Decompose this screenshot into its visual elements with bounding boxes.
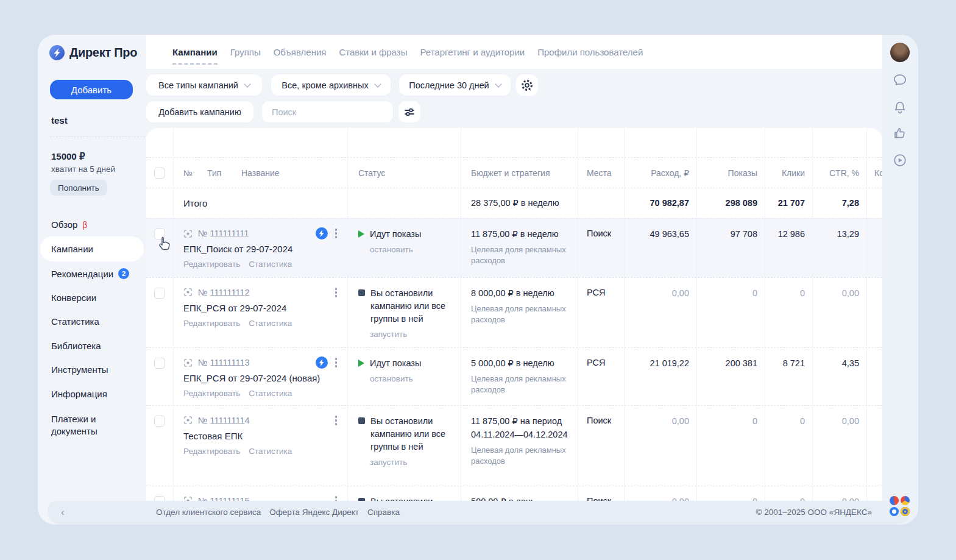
campaign-name[interactable]: Тестовая ЕПК — [183, 431, 339, 441]
search-input[interactable]: Поиск — [262, 101, 393, 122]
footer-link-support[interactable]: Отдел клиентского сервиса — [156, 508, 261, 517]
copyright: © 2001–2025 ООО «ЯНДЕКС» — [756, 508, 872, 517]
chat-button[interactable] — [892, 72, 908, 90]
tab-bids-phrases[interactable]: Ставки и фразы — [339, 35, 407, 69]
ctr-value: 4,35 — [813, 348, 867, 405]
col-cost: Расход, ₽ — [625, 158, 697, 188]
footer-link-help[interactable]: Справка — [367, 508, 400, 517]
tray-icon-pie[interactable] — [890, 496, 899, 505]
settings-button[interactable] — [516, 74, 538, 96]
edit-link[interactable]: Редактировать — [183, 260, 240, 269]
sidebar-item-conversions[interactable]: Конверсии — [51, 292, 96, 303]
date-range-filter-label: Последние 30 дней — [409, 80, 489, 90]
clicks-value: 8 721 — [765, 348, 813, 405]
table-row: № 111111114 Тестовая ЕПК Редактировать С… — [146, 405, 882, 486]
campaign-name[interactable]: ЕПК_Поиск от 29-07-2024 — [183, 244, 339, 254]
boost-badge[interactable] — [316, 356, 328, 369]
campaign-name[interactable]: ЕПК_РСЯ от 29-07-2024 (новая) — [183, 373, 339, 383]
archive-filter[interactable]: Все, кроме архивных — [271, 74, 391, 96]
avatar[interactable] — [890, 43, 910, 62]
campaign-name[interactable]: ЕПК_РСЯ от 29-07-2024 — [183, 303, 339, 313]
sidebar-item-payments[interactable]: Платежи и документы — [51, 413, 124, 438]
campaign-type-filter[interactable]: Все типы кампаний — [146, 74, 262, 96]
sidebar-item-library[interactable]: Библиотека — [51, 341, 101, 351]
row-menu-button[interactable] — [333, 356, 340, 369]
row-menu-button[interactable] — [333, 414, 340, 427]
select-all-checkbox[interactable] — [154, 168, 165, 179]
status-text: Идут показы — [370, 357, 421, 370]
sidebar-item-campaigns[interactable]: Кампании — [51, 244, 93, 254]
thumbs-up-icon — [892, 126, 908, 141]
totals-label: Итого — [174, 188, 348, 218]
statistics-link[interactable]: Статистика — [249, 260, 292, 269]
tab-retargeting[interactable]: Ретаргетинг и аудитории — [420, 35, 525, 69]
sidebar-item-overview[interactable]: Обзор β — [51, 219, 87, 230]
advanced-filter-button[interactable] — [398, 101, 420, 122]
row-checkbox[interactable] — [154, 288, 165, 299]
system-tray-icons — [890, 496, 910, 516]
clicks-value: 12 986 — [765, 219, 813, 277]
sidebar-item-information[interactable]: Информация — [51, 389, 107, 399]
add-campaign-button[interactable]: Добавить кампанию — [146, 101, 253, 122]
row-menu-button[interactable] — [333, 286, 340, 299]
app-logo[interactable]: Директ Про — [49, 44, 137, 61]
totals-ctr: 7,28 — [813, 188, 867, 218]
tab-ads[interactable]: Объявления — [274, 35, 327, 69]
sidebar-item-recommendations[interactable]: Рекомендации 2 — [51, 268, 129, 279]
notifications-button[interactable] — [892, 99, 908, 118]
right-rail — [882, 35, 918, 525]
add-campaign-label: Добавить кампанию — [158, 107, 241, 117]
tab-user-profiles[interactable]: Профили пользователей — [537, 35, 643, 69]
statistics-link[interactable]: Статистика — [249, 319, 292, 328]
sidebar: Директ Про Добавить test 15000 ₽ хватит … — [38, 35, 146, 525]
tray-icon-dot[interactable] — [901, 507, 910, 516]
boost-badge[interactable] — [316, 227, 328, 239]
places-value: Поиск — [578, 406, 625, 486]
row-menu-button[interactable] — [333, 227, 340, 239]
collapse-sidebar-button[interactable]: ‹ — [61, 506, 65, 519]
sidebar-item-label: Рекомендации — [51, 269, 113, 279]
edit-link[interactable]: Редактировать — [183, 447, 240, 456]
date-range-filter[interactable]: Последние 30 дней — [399, 74, 511, 96]
row-checkbox[interactable] — [154, 416, 165, 427]
footer-link-offer[interactable]: Оферта Яндекс Директ — [269, 508, 359, 517]
totals-budget: 28 375,00 ₽ в неделю — [461, 188, 578, 218]
row-checkbox[interactable] — [154, 358, 165, 369]
tray-icon-triangle[interactable] — [901, 496, 910, 505]
clicks-value: 0 — [765, 406, 813, 486]
topup-button[interactable]: Пополнить — [50, 180, 107, 196]
tab-campaigns[interactable]: Кампании — [172, 35, 218, 69]
sidebar-item-statistics[interactable]: Статистика — [51, 316, 99, 327]
statistics-link[interactable]: Статистика — [249, 447, 292, 456]
table-row: № 111111113 ЕПК_РСЯ от 29-07-2024 (новая… — [146, 347, 882, 405]
impressions-value: 0 — [697, 278, 765, 347]
feedback-button[interactable] — [892, 126, 908, 144]
stop-link[interactable]: остановить — [370, 374, 456, 383]
tab-groups[interactable]: Группы — [230, 35, 261, 69]
start-link[interactable]: запустить — [370, 330, 456, 339]
sidebar-item-tools[interactable]: Инструменты — [51, 364, 108, 375]
add-button[interactable]: Добавить — [50, 80, 133, 99]
account-name[interactable]: test — [51, 115, 68, 126]
tray-icon-ring[interactable] — [890, 507, 899, 516]
balance-hint: хватит на 5 дней — [51, 165, 115, 174]
col-ctr: CTR, % — [813, 158, 867, 188]
app-title: Директ Про — [69, 46, 137, 60]
edit-link[interactable]: Редактировать — [183, 389, 240, 398]
stop-link[interactable]: остановить — [370, 245, 456, 254]
footer-bar: ‹ Отдел клиентского сервиса Оферта Яндек… — [48, 501, 910, 525]
strategy-label: Целевая доля рекламных расходов — [471, 303, 569, 325]
totals-row: Итого 28 375,00 ₽ в неделю 70 982,87 298… — [146, 188, 882, 218]
video-help-button[interactable] — [892, 152, 908, 171]
bell-icon — [892, 99, 908, 115]
sidebar-divider — [50, 136, 145, 137]
table-row: № 111111111 ЕПК_Поиск от 29-07-2024 Реда… — [146, 218, 882, 277]
totals-cost: 70 982,87 — [625, 188, 697, 218]
statistics-link[interactable]: Статистика — [249, 389, 292, 398]
play-circle-icon — [892, 152, 908, 168]
col-places: Места — [578, 158, 625, 188]
edit-link[interactable]: Редактировать — [183, 319, 240, 328]
status-text: Идут показы — [370, 228, 421, 241]
start-link[interactable]: запустить — [370, 458, 456, 467]
mouse-cursor — [157, 236, 172, 254]
